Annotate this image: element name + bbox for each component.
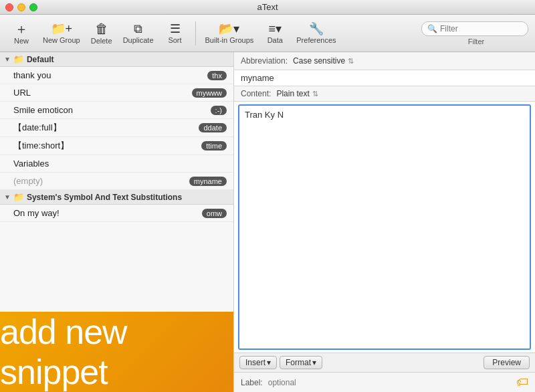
title-bar: aText (0, 0, 535, 15)
group-header-default[interactable]: ▼ 📁 Default (0, 52, 233, 67)
built-in-groups-button[interactable]: 📂▾ Built-in Groups (201, 17, 258, 50)
data-button[interactable]: ≡▾ Data (260, 17, 290, 50)
preview-button[interactable]: Preview (484, 356, 530, 369)
label-key: Label: (241, 378, 263, 387)
new-icon: ＋ (15, 22, 28, 35)
content-bar: Content: Plain text ⇅ (234, 86, 535, 102)
group-name-system: System's Symbol And Text Substitutions (27, 193, 182, 202)
delete-icon: 🗑 (95, 22, 108, 35)
snippet-name: URL (13, 88, 188, 98)
separator-1 (195, 21, 196, 45)
filter-label: Filter (468, 37, 484, 45)
snippet-badge: ddate (199, 123, 227, 132)
snippet-badge: :-) (211, 106, 227, 115)
sort-button[interactable]: ☰ Sort (160, 17, 190, 50)
delete-button[interactable]: 🗑 Delete (87, 17, 116, 50)
search-icon: 🔍 (427, 24, 437, 33)
built-in-groups-icon: 📂▾ (219, 23, 239, 35)
snippet-name: 【time:short】 (13, 140, 197, 152)
duplicate-label: Duplicate (123, 36, 154, 44)
toolbar: ＋ New 📁+ New Group 🗑 Delete ⧉ Duplicate … (0, 15, 535, 52)
app-title: aText (257, 2, 278, 12)
list-item[interactable]: Variables (0, 155, 233, 173)
preview-label: Preview (492, 358, 521, 367)
abbreviation-bar: Abbreviation: Case sensitive ⇅ (234, 52, 535, 70)
preferences-icon: 🔧 (309, 23, 324, 35)
preferences-label: Preferences (296, 36, 336, 44)
new-group-label: New Group (43, 36, 80, 44)
case-sensitive-value: Case sensitive (293, 56, 345, 66)
data-label: Data (268, 36, 283, 44)
insert-label: Insert (245, 358, 265, 367)
group-name-default: Default (27, 55, 54, 64)
close-button[interactable] (5, 3, 13, 11)
group-arrow-system: ▼ (4, 193, 11, 201)
group-arrow-default: ▼ (4, 56, 11, 63)
duplicate-button[interactable]: ⧉ Duplicate (119, 17, 158, 50)
abbreviation-label: Abbreviation: (241, 56, 288, 66)
snippet-name: Smile emoticon (13, 105, 207, 115)
new-button[interactable]: ＋ New (7, 17, 36, 50)
data-icon: ≡▾ (269, 23, 282, 35)
list-item[interactable]: Smile emoticon :-) (0, 102, 233, 119)
content-type-arrows-icon: ⇅ (312, 90, 318, 98)
list-item[interactable]: URL mywww (0, 84, 233, 102)
snippet-name: thank you (13, 70, 203, 80)
add-snippet-banner[interactable]: add new snippet (0, 312, 233, 392)
filter-input[interactable] (440, 24, 522, 33)
snippet-badge: omw (202, 209, 227, 218)
list-item[interactable]: (empty) myname (0, 173, 233, 190)
format-button[interactable]: Format ▾ (280, 356, 322, 369)
snippet-name: On my way! (13, 208, 198, 218)
label-bar: Label: 🏷 (234, 372, 535, 392)
main-content: ▼ 📁 Default thank you thx URL mywww Smil… (0, 52, 535, 392)
snippet-name: 【date:full】 (13, 122, 195, 134)
new-label: New (14, 37, 29, 45)
abbreviation-input-row (234, 70, 535, 86)
right-panel: Abbreviation: Case sensitive ⇅ Content: … (234, 52, 535, 392)
snippet-badge: thx (207, 71, 227, 80)
filter-area: 🔍 Filter (421, 21, 528, 45)
new-group-icon: 📁+ (51, 23, 73, 35)
preferences-button[interactable]: 🔧 Preferences (292, 17, 340, 50)
new-group-button[interactable]: 📁+ New Group (39, 17, 84, 50)
content-label: Content: (241, 89, 271, 98)
select-arrows-icon: ⇅ (348, 57, 354, 66)
group-header-system[interactable]: ▼ 📁 System's Symbol And Text Substitutio… (0, 190, 233, 205)
traffic-lights (5, 3, 37, 11)
content-type-value: Plain text (276, 89, 309, 98)
snippet-name: Variables (13, 159, 227, 169)
snippet-badge: mywww (192, 88, 227, 98)
left-panel: ▼ 📁 Default thank you thx URL mywww Smil… (0, 52, 234, 392)
snippet-badge: ttime (201, 141, 227, 151)
built-in-groups-label: Built-in Groups (205, 36, 254, 44)
content-textarea[interactable] (239, 106, 530, 349)
snippet-badge: myname (189, 177, 227, 186)
label-color-icon[interactable]: 🏷 (516, 375, 528, 389)
filter-box[interactable]: 🔍 (421, 21, 528, 36)
abbreviation-input[interactable] (241, 73, 528, 83)
list-item[interactable]: thank you thx (0, 67, 233, 84)
list-item[interactable]: 【time:short】 ttime (0, 137, 233, 155)
folder-icon-default: 📁 (13, 54, 24, 64)
list-item[interactable]: 【date:full】 ddate (0, 119, 233, 137)
minimize-button[interactable] (17, 3, 25, 11)
snippet-name: (empty) (13, 176, 185, 186)
delete-label: Delete (91, 37, 112, 45)
list-item[interactable]: On my way! omw (0, 205, 233, 222)
format-label: Format (286, 358, 311, 367)
maximize-button[interactable] (29, 3, 37, 11)
format-arrow-icon: ▾ (312, 358, 316, 367)
insert-button[interactable]: Insert ▾ (239, 356, 277, 369)
case-sensitive-select[interactable]: Case sensitive ⇅ (293, 56, 354, 66)
sort-icon: ☰ (170, 23, 181, 35)
duplicate-icon: ⧉ (134, 23, 142, 35)
content-area (238, 104, 531, 350)
sort-label: Sort (168, 36, 181, 44)
insert-arrow-icon: ▾ (267, 358, 271, 367)
label-input[interactable] (268, 378, 511, 387)
folder-icon-system: 📁 (13, 192, 24, 202)
content-type-select[interactable]: Plain text ⇅ (276, 89, 318, 98)
bottom-toolbar: Insert ▾ Format ▾ Preview (234, 353, 535, 372)
banner-text: add new snippet (0, 312, 233, 392)
